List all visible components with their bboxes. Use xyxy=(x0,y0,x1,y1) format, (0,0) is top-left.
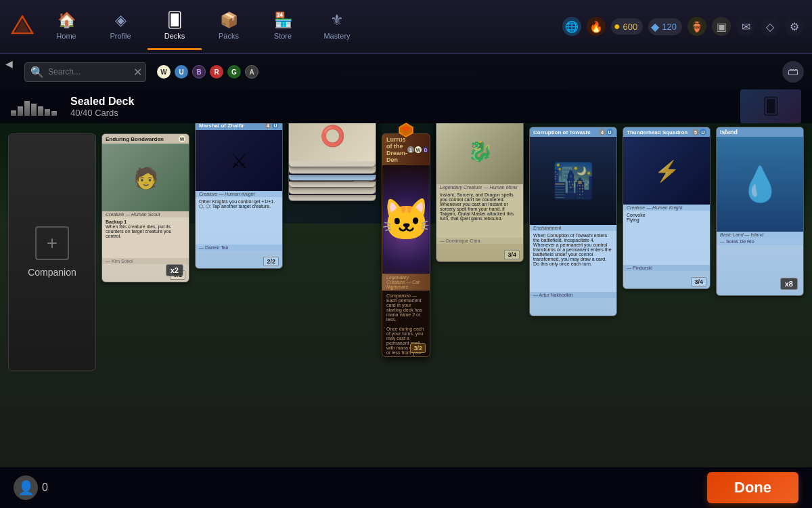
taigam-text: Instant, Sorcery, and Dragon spells you … xyxy=(436,190,523,238)
mail-icon-btn[interactable]: ✉ xyxy=(736,17,755,36)
help-icon-btn[interactable]: ◇ xyxy=(761,17,780,36)
lurrus-image: 🐱 xyxy=(382,165,430,274)
back-arrow[interactable]: ◀ xyxy=(5,58,13,69)
filter-red[interactable]: R xyxy=(210,65,223,79)
lurrus-cost: 1 W B xyxy=(407,146,429,153)
gem-currency[interactable]: ◆ 120 xyxy=(648,18,682,35)
packs-icon: 📦 xyxy=(220,12,238,29)
filter-white[interactable]: W xyxy=(157,65,171,79)
card-name-bar: Enduring Bondwarden W xyxy=(102,134,189,144)
nav-mastery[interactable]: ⚜ Mastery xyxy=(310,3,364,50)
marshal-text: Other Knights you control get +1/+1. ⬡, … xyxy=(196,197,282,245)
card-type: Creature — Human Scout xyxy=(102,211,189,217)
fire-icon-btn[interactable]: 🔥 xyxy=(587,17,606,36)
thpu: U xyxy=(700,129,706,135)
filter-green[interactable]: G xyxy=(227,65,241,79)
search-input[interactable] xyxy=(48,67,129,77)
gem-amount: 120 xyxy=(662,22,677,32)
pip-w: W xyxy=(179,135,185,142)
top-nav: 🏠 Home ◈ Profile 🂠 Decks 📦 Packs 🏪 Store… xyxy=(0,0,812,54)
nav-packs-label: Packs xyxy=(219,32,239,40)
filter-blue[interactable]: U xyxy=(175,65,188,79)
bar-2 xyxy=(18,106,23,116)
home-icon: 🏠 xyxy=(58,12,76,29)
nav-decks-label: Decks xyxy=(164,32,185,40)
card-column-7: Alabaster Host Intercessor 5 W 👼 x2 Thun… xyxy=(623,133,710,289)
card-thunderhead[interactable]: Thunderhead Squadron 5 U ⚡ Creature — Hu… xyxy=(623,127,710,289)
bar-7 xyxy=(51,111,57,116)
marshal-name: Marshal of Zhalfir xyxy=(199,123,244,129)
marshal-image: ⚔ xyxy=(196,130,282,191)
seal-figure: ⭕ xyxy=(289,123,376,161)
corruption-text: When Corruption of Towashi enters the ba… xyxy=(530,231,616,292)
thumbnail-img: 🂠 xyxy=(763,97,780,116)
thunderhead-img: ⚡ xyxy=(623,137,710,205)
nav-store[interactable]: 🏪 Store xyxy=(256,3,310,50)
island-qty: x8 xyxy=(780,278,798,290)
deck-header: Sealed Deck 40/40 Cards 🂠 xyxy=(0,89,812,123)
island-name: Island xyxy=(720,129,738,135)
pip-u3: U xyxy=(272,123,279,129)
bar-1 xyxy=(11,110,16,116)
deck-thumbnail[interactable]: 🂠 xyxy=(740,89,801,123)
filter-artifact[interactable]: A xyxy=(245,65,258,79)
taigam-img: 🐉 xyxy=(436,123,523,184)
card-seal-existence[interactable]: Seal from Existence 3 W ⭕ xyxy=(288,123,376,167)
mastery-icon: ⚜ xyxy=(330,12,344,29)
artifact-icon-btn[interactable]: 🏺 xyxy=(687,17,706,36)
cpu: U xyxy=(606,129,613,135)
companion-box[interactable]: + Companion xyxy=(8,133,96,371)
companion-add[interactable]: + xyxy=(35,226,69,260)
nav-decks[interactable]: 🂠 Decks xyxy=(148,3,202,50)
thunderhead-type: Creature — Human Knight xyxy=(623,205,710,211)
decks-icon: 🂠 xyxy=(167,12,183,29)
thunderhead-bar: Thunderhead Squadron 5 U xyxy=(623,127,710,137)
island-bar: Island xyxy=(717,127,803,137)
done-button[interactable]: Done xyxy=(707,472,798,503)
card-marshal[interactable]: Marshal of Zhalfir 4 U ⚔ Creature — Huma… xyxy=(195,123,283,269)
funnel-icon[interactable] xyxy=(397,121,415,142)
card-column-2: Rona, Herald of Invasion 3 U 🧙 Saiba Cry… xyxy=(195,133,283,269)
gold-currency[interactable]: ● 600 xyxy=(611,18,643,35)
nav-store-label: Store xyxy=(274,32,292,40)
logo[interactable] xyxy=(5,6,39,47)
island-artist: — Soras De Rio xyxy=(717,238,803,245)
taigam-artist: — Dominique Cara xyxy=(436,238,523,244)
deck-title: Sealed Deck xyxy=(70,96,134,108)
lpb: B xyxy=(422,146,429,153)
collection-icon-btn[interactable]: 🗃 xyxy=(782,61,804,83)
card-lurrus[interactable]: Lurrus of the Dream-Den 1 W B 🐱 Legendar… xyxy=(382,133,430,357)
filter-black[interactable]: B xyxy=(192,65,206,79)
bottom-bar: 👤 0 Done xyxy=(0,467,812,508)
settings-icon-btn[interactable]: ⚙ xyxy=(785,17,804,36)
card-taigam[interactable]: Taigam, Ojutai Master 2 U W 🐉 Legendary … xyxy=(436,123,524,262)
profile-icon: ◈ xyxy=(115,12,127,29)
card-island[interactable]: Island 💧 Basic Land — Island — Soras De … xyxy=(716,127,804,296)
card-column-5: Bola Slinger 3 B 🎯 Protocol Knight 3 U 🛡 xyxy=(436,133,524,262)
nav-home-label: Home xyxy=(56,32,76,40)
thunderhead-text: ConvokeFlying xyxy=(623,211,710,265)
nav-mastery-label: Mastery xyxy=(323,32,350,40)
search-box[interactable]: 🔍 ✕ xyxy=(24,62,146,82)
corruption-bar: Corruption of Towashi 4 U xyxy=(530,127,616,137)
search-icon: 🔍 xyxy=(30,66,44,79)
card-quantity: x2 xyxy=(166,264,183,276)
nav-home[interactable]: 🏠 Home xyxy=(39,3,93,50)
nav-packs[interactable]: 📦 Packs xyxy=(202,3,256,50)
pip-4: 4 xyxy=(265,123,271,129)
corruption-artist: — Artur Nakhodkin xyxy=(530,292,616,298)
clear-search-icon[interactable]: ✕ xyxy=(133,66,142,79)
bar-4 xyxy=(31,104,37,116)
deck-count: 40/40 Cards xyxy=(70,108,134,118)
corruption-name: Corruption of Towashi xyxy=(533,129,591,135)
window-icon-btn[interactable]: ▣ xyxy=(712,17,731,36)
world-icon-btn[interactable]: 🌐 xyxy=(562,17,581,36)
gold-amount: 600 xyxy=(623,22,638,32)
card-enduring-bondwarden[interactable]: Enduring Bondwarden W 🧑 Creature — Human… xyxy=(102,133,189,282)
gold-icon: ● xyxy=(614,20,621,33)
card-text: Backup 1 When this creature dies, put it… xyxy=(102,217,189,258)
card-corruption[interactable]: Corruption of Towashi 4 U 🌃 Enchantment … xyxy=(529,127,617,316)
marshal-name-bar: Marshal of Zhalfir 4 U xyxy=(196,123,282,130)
island-img: 💧 xyxy=(717,137,803,232)
nav-profile[interactable]: ◈ Profile xyxy=(93,3,148,50)
